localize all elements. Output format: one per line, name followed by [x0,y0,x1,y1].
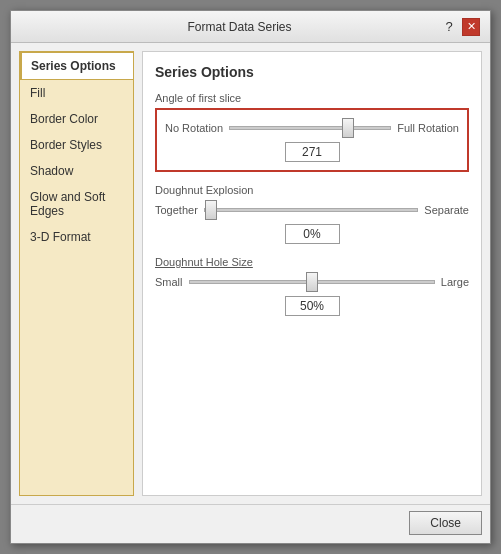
hole-slider[interactable] [189,280,435,284]
page-title: Series Options [155,64,469,80]
sidebar-item-glow-soft-edges[interactable]: Glow and Soft Edges [20,184,133,224]
sidebar: Series Options Fill Border Color Border … [19,51,134,496]
close-button[interactable]: Close [409,511,482,535]
explosion-section: Doughnut Explosion Together Separate [155,184,469,244]
sidebar-item-shadow[interactable]: Shadow [20,158,133,184]
explosion-slider-row: Together Separate [155,200,469,220]
hole-section: Doughnut Hole Size Small Large [155,256,469,316]
angle-value-row [165,142,459,162]
title-bar: Format Data Series ? ✕ [11,11,490,43]
sidebar-item-3d-format[interactable]: 3-D Format [20,224,133,250]
format-data-series-dialog: Format Data Series ? ✕ Series Options Fi… [10,10,491,544]
large-label: Large [441,276,469,288]
hole-label: Doughnut Hole Size [155,256,469,268]
hole-value-input[interactable] [285,296,340,316]
explosion-slider-container [204,200,419,220]
angle-slider[interactable] [229,126,391,130]
full-rotation-label: Full Rotation [397,122,459,134]
help-button[interactable]: ? [440,18,458,36]
explosion-value-input[interactable] [285,224,340,244]
sidebar-item-border-color[interactable]: Border Color [20,106,133,132]
no-rotation-label: No Rotation [165,122,223,134]
explosion-label: Doughnut Explosion [155,184,469,196]
sidebar-item-border-styles[interactable]: Border Styles [20,132,133,158]
close-window-button[interactable]: ✕ [462,18,480,36]
angle-section: No Rotation Full Rotation [155,108,469,172]
dialog-footer: Close [11,504,490,543]
explosion-value-row [155,224,469,244]
separate-label: Separate [424,204,469,216]
dialog-body: Series Options Fill Border Color Border … [11,43,490,504]
title-bar-controls: ? ✕ [440,18,480,36]
hole-slider-container [189,272,435,292]
dialog-title: Format Data Series [39,20,440,34]
angle-slider-row: No Rotation Full Rotation [165,118,459,138]
together-label: Together [155,204,198,216]
angle-slider-container [229,118,391,138]
sidebar-item-series-options[interactable]: Series Options [19,52,134,80]
main-content: Series Options Angle of first slice No R… [142,51,482,496]
small-label: Small [155,276,183,288]
angle-value-input[interactable] [285,142,340,162]
sidebar-item-fill[interactable]: Fill [20,80,133,106]
explosion-slider[interactable] [204,208,419,212]
angle-label: Angle of first slice [155,92,469,104]
hole-slider-row: Small Large [155,272,469,292]
hole-value-row [155,296,469,316]
